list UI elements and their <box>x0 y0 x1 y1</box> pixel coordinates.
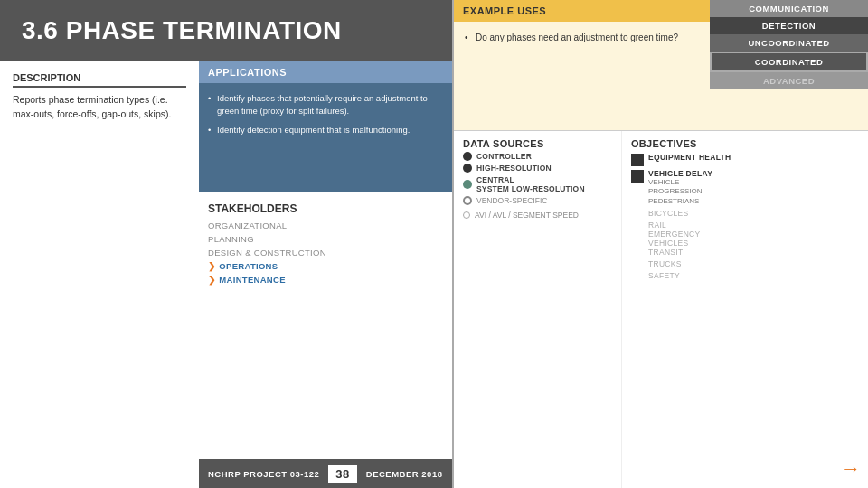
ds-dot-controller <box>463 152 472 161</box>
description-text: Reports phase termination types (i.e. ma… <box>13 93 186 122</box>
obj-safety-label: SAFETY <box>648 271 680 280</box>
applications-body: Identify phases that potentially require… <box>199 83 452 192</box>
legend-communication: COMMUNICATION <box>710 0 868 17</box>
lower-right: DATA SOURCES CONTROLLER HIGH-RESOLUTION … <box>454 130 868 488</box>
data-sources-label: DATA SOURCES <box>463 138 612 149</box>
stakeholder-maintenance: MAINTENANCE <box>208 273 443 286</box>
ds-central: CENTRALSYSTEM LOW-RESOLUTION <box>463 175 612 193</box>
ds-vendor-label: VENDOR-SPECIFIC <box>476 196 547 205</box>
ds-dot-avi <box>463 211 470 219</box>
date-label: DECEMBER 2018 <box>366 469 443 479</box>
legend-detection: DETECTION <box>710 17 868 34</box>
legend-coordinated: COORDINATED <box>710 52 868 72</box>
stakeholders-section: STAKEHOLDERS ORGANIZATIONAL PLANNING DES… <box>199 195 452 294</box>
ds-avi: AVI / AVL / SEGMENT SPEED <box>463 211 612 220</box>
description-label: DESCRIPTION <box>13 72 186 88</box>
page-number: 38 <box>328 465 356 483</box>
legend-panel: COMMUNICATION DETECTION UNCOORDINATED CO… <box>710 0 868 89</box>
obj-equipment-label: EQUIPMENT HEALTH <box>648 153 731 162</box>
obj-bicycles: BICYCLES <box>631 209 859 218</box>
applications-section: APPLICATIONS Identify phases that potent… <box>199 61 452 488</box>
project-label: NCHRP PROJECT 03-122 <box>208 469 319 479</box>
obj-equipment-health: EQUIPMENT HEALTH <box>631 153 859 166</box>
stakeholders-label: STAKEHOLDERS <box>208 202 443 215</box>
stakeholder-planning: PLANNING <box>208 232 443 246</box>
ds-avi-label: AVI / AVL / SEGMENT SPEED <box>475 211 579 220</box>
data-sources-section: DATA SOURCES CONTROLLER HIGH-RESOLUTION … <box>454 131 621 488</box>
stakeholder-operations: OPERATIONS <box>208 259 443 273</box>
next-arrow-icon[interactable]: → <box>841 457 861 481</box>
obj-trucks: TRUCKS <box>631 259 859 268</box>
obj-trucks-label: TRUCKS <box>648 259 682 268</box>
objectives-section: OBJECTIVES EQUIPMENT HEALTH VEHICLE DELA… <box>621 131 868 488</box>
obj-vehicle-label: VEHICLE DELAY <box>648 169 712 178</box>
ds-vendor: VENDOR-SPECIFIC <box>463 196 612 205</box>
ds-controller-label: CONTROLLER <box>476 152 532 161</box>
stakeholder-organizational: ORGANIZATIONAL <box>208 219 443 232</box>
stakeholder-design: DESIGN & CONSTRUCTION <box>208 246 443 259</box>
legend-advanced: ADVANCED <box>710 72 868 89</box>
footer-bar: NCHRP PROJECT 03-122 38 DECEMBER 2018 <box>199 459 452 488</box>
application-item-1: Identify phases that potentially require… <box>208 92 443 118</box>
obj-vehicle-sub: VEHICLEPROGRESSIONPEDESTRIANS <box>648 178 712 206</box>
ds-dot-central <box>463 180 472 189</box>
legend-uncoordinated: UNCOORDINATED <box>710 34 868 52</box>
ds-dot-highres <box>463 164 472 173</box>
objectives-label: OBJECTIVES <box>631 138 859 149</box>
obj-rail-label: RAILEMERGENCYVEHICLESTRANSIT <box>648 221 701 257</box>
obj-bicycles-label: BICYCLES <box>648 209 688 218</box>
ds-highres-label: HIGH-RESOLUTION <box>476 164 552 173</box>
ds-controller: CONTROLLER <box>463 152 612 161</box>
obj-block-vehicle <box>631 170 644 183</box>
applications-header: APPLICATIONS <box>199 61 452 83</box>
obj-rail: RAILEMERGENCYVEHICLESTRANSIT <box>631 221 859 257</box>
obj-safety: SAFETY <box>631 271 859 280</box>
ds-high-res: HIGH-RESOLUTION <box>463 164 612 173</box>
ds-dot-vendor <box>463 196 472 205</box>
obj-block-equipment <box>631 154 644 166</box>
ds-central-label: CENTRALSYSTEM LOW-RESOLUTION <box>476 175 585 193</box>
obj-vehicle-delay: VEHICLE DELAY VEHICLEPROGRESSIONPEDESTRI… <box>631 169 859 206</box>
application-item-2: Identify detection equipment that is mal… <box>208 124 443 136</box>
description-section: DESCRIPTION Reports phase termination ty… <box>0 61 199 488</box>
